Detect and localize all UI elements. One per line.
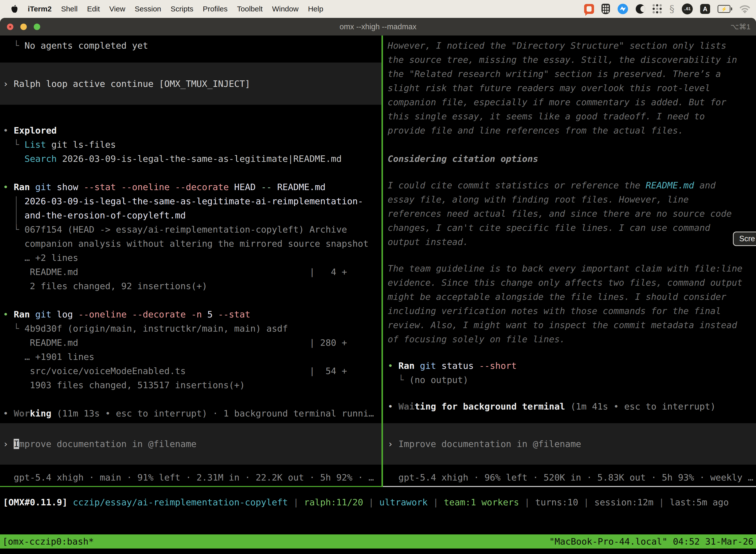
right-pane[interactable]: However, I noticed the "Directory Struct… <box>383 36 756 486</box>
spacer <box>3 105 381 123</box>
omx-status-bar: [OMX#0.11.9] cczip/essay/ai-reimplementa… <box>3 495 729 509</box>
contrast-icon[interactable] <box>636 4 645 14</box>
terminal-line: of focusing solely on file lines. <box>388 332 756 346</box>
terminal-line: the "Related research writing" section i… <box>388 67 756 81</box>
terminal-line: I could cite commit statistics or refere… <box>388 178 756 192</box>
menu-item-view[interactable]: View <box>109 5 125 13</box>
tmux-session-label: [omx-cczip0:bash* <box>2 536 94 547</box>
menu-item-edit[interactable]: Edit <box>87 5 100 13</box>
terminal-line: and-the-erosion-of-copyleft.md <box>3 208 381 222</box>
messenger-icon[interactable] <box>617 3 628 14</box>
terminal-line: including verification notes with those … <box>388 304 756 318</box>
terminal-line: companion analysis without altering the … <box>3 236 381 251</box>
terminal-line: slight risk that future readers may over… <box>388 81 756 95</box>
spacer <box>3 293 381 307</box>
traffic-lights <box>7 23 40 30</box>
wifi-icon[interactable] <box>740 5 750 13</box>
spacer <box>388 346 756 359</box>
terminal-line: README.md | 280 + <box>3 336 381 350</box>
terminal-line: changes, I can't cite specific file line… <box>388 221 756 235</box>
menu-item-profiles[interactable]: Profiles <box>203 5 228 13</box>
terminal-line: review. Also, I might want to inspect th… <box>388 318 756 332</box>
spacer <box>388 137 756 152</box>
spacer <box>3 392 381 406</box>
terminal-line: Considering citation options <box>388 152 756 166</box>
terminal-line: provide file and line references from th… <box>388 123 756 137</box>
menu-item-iterm2[interactable]: iTerm2 <box>28 5 52 13</box>
terminal-line: Search 2026-03-09-is-legal-the-same-as-l… <box>3 152 381 166</box>
terminal-line: 2026-03-09-is-legal-the-same-as-legitima… <box>3 194 381 208</box>
tmux-host-time-label: "MacBook-Pro-44.local" 04:52 31-Mar-26 <box>549 536 754 547</box>
terminal-line: might be acceptable alongside the file l… <box>388 290 756 304</box>
terminal-line: … +1901 lines <box>3 350 381 364</box>
prompt-box: › Improve documentation in @filename <box>383 423 756 465</box>
screen-notification[interactable]: Scre <box>733 232 756 246</box>
menu-item-shell[interactable]: Shell <box>61 5 78 13</box>
left-pane-border <box>0 486 381 487</box>
menu-item-toolbelt[interactable]: Toolbelt <box>237 5 263 13</box>
terminal-line: gpt-5.4 xhigh · 96% left · 520K in · 5.8… <box>388 470 756 485</box>
terminal-line: The team guideline is to back every impo… <box>388 261 756 276</box>
tree-connector <box>16 196 17 227</box>
minimize-button[interactable] <box>20 23 27 30</box>
terminal-line: └ List git ls-files <box>3 137 381 152</box>
terminal-line: • Ran git show --stat --oneline --decora… <box>3 180 381 194</box>
left-pane[interactable]: └ No agents completed yet› Ralph loop ac… <box>0 36 381 486</box>
apple-menu-icon[interactable] <box>10 5 19 13</box>
menu-item-session[interactable]: Session <box>135 5 161 13</box>
window-title: omx --xhigh --madmax <box>339 22 417 31</box>
iterm-window: omx --xhigh --madmax ⌥⌘1 └ No agents com… <box>0 18 756 554</box>
terminal-line: output instead. <box>388 235 756 249</box>
menu-item-scripts[interactable]: Scripts <box>171 5 193 13</box>
battery-icon[interactable]: ⚡ <box>717 5 732 13</box>
menu-items: iTerm2ShellEditViewSessionScriptsProfile… <box>28 5 323 13</box>
terminal-line: companion file, especially if more comme… <box>388 95 756 109</box>
terminal-line: └ No agents completed yet <box>3 39 381 53</box>
terminal-line: 1903 files changed, 513517 insertions(+) <box>3 378 381 392</box>
terminal-line: src/voice/voiceModeEnabled.ts | 54 + <box>3 364 381 378</box>
terminal-line: • Explored <box>3 123 381 137</box>
input-source-icon[interactable]: A <box>700 4 710 14</box>
squiggle-icon[interactable]: § <box>670 3 674 15</box>
battery-61-badge[interactable]: ..61 <box>682 3 693 14</box>
spacer <box>388 387 756 399</box>
keypad-shield-icon[interactable] <box>602 4 610 14</box>
prompt-box: › Ralph loop active continue [OMX_TMUX_I… <box>0 63 381 105</box>
zoom-button[interactable] <box>34 23 40 30</box>
screenshot-chat-icon[interactable] <box>584 4 594 14</box>
terminal-line: • Ran git status --short <box>388 359 756 373</box>
terminal-line: evidence. Since this change only affects… <box>388 276 756 290</box>
terminal-line: • Ran git log --oneline --decorate -n 5 … <box>3 307 381 321</box>
terminal-line: the source tree, missing the essay. Stil… <box>388 53 756 67</box>
terminal-line: └ (no output) <box>388 373 756 387</box>
terminal-line: • Waiting for background terminal (1m 41… <box>388 399 756 413</box>
menu-status-icons: §..61A⚡ <box>584 3 750 15</box>
terminal-line: … +2 lines <box>3 251 381 265</box>
terminal-line: gpt-5.4 xhigh · main · 91% left · 2.31M … <box>3 470 381 485</box>
text-cursor: I <box>14 439 19 449</box>
close-button[interactable] <box>7 23 13 30</box>
terminal-line: references need actual files, and since … <box>388 207 756 221</box>
notification-label: Scre <box>739 234 755 243</box>
dots-grid-icon[interactable] <box>652 4 662 14</box>
terminal-line: this single essay, it seems like a good … <box>388 109 756 123</box>
spacer <box>3 166 381 180</box>
menu-item-help[interactable]: Help <box>308 5 323 13</box>
right-pane-border <box>383 486 756 487</box>
spacer <box>3 465 381 470</box>
terminal-line: 2 files changed, 92 insertions(+) <box>3 279 381 293</box>
screen: iTerm2ShellEditViewSessionScriptsProfile… <box>0 0 756 554</box>
spacer <box>3 421 381 423</box>
prompt-box: › Improve documentation in @filename <box>0 423 381 465</box>
terminal-line: README.md | 4 + <box>3 265 381 279</box>
terminal: └ No agents completed yet› Ralph loop ac… <box>0 36 756 554</box>
menu-item-window[interactable]: Window <box>272 5 299 13</box>
spacer <box>3 53 381 63</box>
spacer <box>388 166 756 178</box>
terminal-line: However, I noticed the "Directory Struct… <box>388 39 756 53</box>
spacer <box>388 249 756 261</box>
title-bar[interactable]: omx --xhigh --madmax ⌥⌘1 <box>0 18 756 36</box>
tmux-status-bar: [omx-cczip0:bash* "MacBook-Pro-44.local"… <box>0 535 756 549</box>
menu-bar: iTerm2ShellEditViewSessionScriptsProfile… <box>0 0 756 18</box>
terminal-line: • Working (11m 13s • esc to interrupt) ·… <box>3 406 381 421</box>
